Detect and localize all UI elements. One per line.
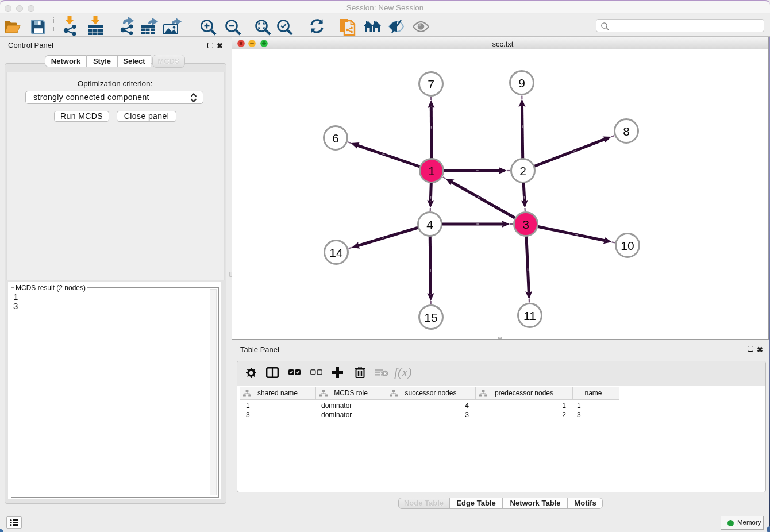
svg-text:6: 6 [332, 132, 339, 145]
svg-text:3: 3 [522, 218, 529, 231]
svg-text:1: 1 [428, 164, 435, 178]
svg-text:7: 7 [428, 78, 434, 91]
svg-text:11: 11 [523, 309, 536, 322]
svg-text:15: 15 [424, 311, 437, 324]
svg-text:4: 4 [426, 218, 433, 231]
svg-text:14: 14 [329, 246, 343, 259]
svg-text:10: 10 [621, 239, 634, 252]
svg-text:2: 2 [519, 164, 526, 178]
svg-text:9: 9 [518, 76, 525, 90]
svg-text:8: 8 [623, 125, 630, 138]
